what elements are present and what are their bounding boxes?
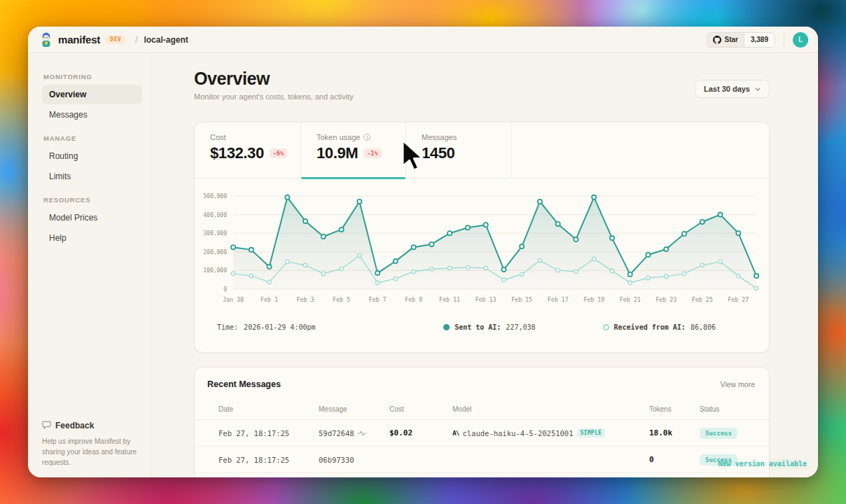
main-content: Overview Monitor your agent's costs, tok… <box>151 53 818 477</box>
svg-text:Feb 15: Feb 15 <box>511 296 532 303</box>
github-icon <box>713 36 721 44</box>
legend-sent-name: Sent to AI: <box>455 323 501 331</box>
col-status: Status <box>688 405 756 413</box>
row-message-id: 06b97330 <box>319 456 354 464</box>
svg-text:Jan 30: Jan 30 <box>223 296 244 303</box>
svg-text:Feb 19: Feb 19 <box>583 296 604 303</box>
new-version-toast[interactable]: New version available <box>719 460 807 468</box>
topbar-divider <box>784 33 784 47</box>
row-date: Feb 27, 18:17:25 <box>207 456 307 464</box>
stats-row-filler <box>511 122 769 178</box>
svg-text:200,000: 200,000 <box>203 249 227 255</box>
sidebar-item-limits[interactable]: Limits <box>42 167 142 186</box>
row-tokens: 0 <box>638 455 688 464</box>
feedback-button[interactable]: Feedback <box>42 419 139 432</box>
cost-value: $132.30 <box>210 144 264 162</box>
sidebar-section-resources: RESOURCES <box>43 196 142 204</box>
svg-text:Feb 11: Feb 11 <box>439 296 460 303</box>
sidebar-section-monitoring: MONITORING <box>43 73 142 80</box>
legend-sent-value: 227,038 <box>506 323 535 331</box>
col-model: Model <box>441 405 638 413</box>
table-row[interactable]: Feb 27, 18:17:25 06b97330 0 Success <box>195 447 769 473</box>
row-cost: $0.02 <box>378 428 441 438</box>
sidebar-item-messages[interactable]: Messages <box>42 105 142 125</box>
legend-dot-received-icon <box>603 324 609 330</box>
legend-sent-to-ai[interactable]: Sent to AI: 227,038 <box>443 323 535 331</box>
table-row[interactable]: Feb 27, 18:17:25 59d72648 $0.02 A\ claud… <box>195 420 769 447</box>
messages-label: Messages <box>422 133 457 141</box>
svg-text:Feb 7: Feb 7 <box>369 296 387 303</box>
github-star-left[interactable]: Star <box>707 33 744 47</box>
breadcrumb-project[interactable]: local-agent <box>144 35 188 45</box>
legend-dot-sent-icon <box>443 324 450 330</box>
date-range-selector[interactable]: Last 30 days <box>695 80 770 98</box>
chart-time-readout: Time: 2026-01-29 4:00pm <box>217 323 315 331</box>
usage-chart-svg[interactable]: 0100,000200,000300,000400,000500,000Jan … <box>195 183 769 309</box>
recent-messages-title: Recent Messages <box>207 379 281 389</box>
svg-text:400,000: 400,000 <box>203 212 227 218</box>
time-value: 2026-01-29 4:00pm <box>244 323 315 331</box>
col-cost: Cost <box>378 405 441 413</box>
svg-text:500,000: 500,000 <box>203 193 227 200</box>
env-badge: DEV <box>105 35 126 44</box>
svg-text:Feb 25: Feb 25 <box>692 296 713 303</box>
row-tokens: 18.0k <box>638 428 688 438</box>
status-badge: Success <box>700 428 737 439</box>
chart-footer: Time: 2026-01-29 4:00pm Sent to AI: 227,… <box>195 309 769 352</box>
row-message-id: 59d72648 <box>319 429 354 438</box>
svg-text:Feb 1: Feb 1 <box>261 296 278 303</box>
usage-card: Cost $132.30 -6% Token usage i 10.9M <box>194 122 770 353</box>
sidebar-item-model-prices[interactable]: Model Prices <box>42 208 142 227</box>
feedback-title: Feedback <box>55 421 94 430</box>
cost-label: Cost <box>210 133 226 141</box>
activity-icon <box>358 429 366 438</box>
col-date: Date <box>207 405 307 413</box>
date-range-value: Last 30 days <box>704 85 750 93</box>
recent-messages-card: Recent Messages View more Date Message C… <box>194 367 770 477</box>
svg-text:Feb 21: Feb 21 <box>620 296 641 303</box>
row-model-name: claude-haiku-4-5-20251001 <box>462 429 573 438</box>
token-usage-delta-badge: -1% <box>363 148 381 158</box>
tab-token-usage[interactable]: Token usage i 10.9M -1% <box>301 122 406 178</box>
info-icon[interactable]: i <box>363 134 370 141</box>
svg-text:0: 0 <box>223 286 227 293</box>
top-bar-right: Star 3,389 L <box>707 32 808 48</box>
token-usage-label: Token usage <box>317 133 360 141</box>
usage-chart[interactable]: 0100,000200,000300,000400,000500,000Jan … <box>195 178 769 309</box>
star-count: 3,389 <box>744 33 775 47</box>
tab-messages[interactable]: Messages 1450 <box>406 122 511 178</box>
top-bar: manifest DEV / local-agent Star 3,389 L <box>28 27 818 53</box>
manifest-logo-icon <box>39 32 53 48</box>
svg-text:Feb 9: Feb 9 <box>405 296 422 303</box>
feedback-panel: Feedback Help us improve Manifest by sha… <box>42 419 139 468</box>
tab-cost[interactable]: Cost $132.30 -6% <box>195 122 301 178</box>
token-usage-value: 10.9M <box>317 144 358 162</box>
sidebar-item-help[interactable]: Help <box>42 228 142 248</box>
chart-legend: Sent to AI: 227,038 Received from AI: 86… <box>443 323 716 331</box>
table-header: Date Message Cost Model Tokens Status <box>195 399 769 420</box>
time-label: Time: <box>217 323 238 331</box>
user-avatar[interactable]: L <box>793 32 808 48</box>
svg-text:300,000: 300,000 <box>203 230 227 237</box>
row-model-badge: SIMPLE <box>577 428 606 438</box>
sidebar: MONITORING Overview Messages MANAGE Rout… <box>28 53 151 477</box>
messages-value: 1450 <box>422 144 455 162</box>
chart-area-fill <box>233 197 756 289</box>
anthropic-icon: A\ <box>452 429 459 437</box>
legend-received-name: Received from AI: <box>614 323 686 331</box>
chevron-down-icon <box>755 88 761 91</box>
breadcrumb-separator: / <box>135 35 137 45</box>
brand-name[interactable]: manifest <box>58 34 100 46</box>
svg-text:Feb 13: Feb 13 <box>476 296 497 303</box>
chat-bubble-icon <box>42 419 51 432</box>
sidebar-item-routing[interactable]: Routing <box>42 146 142 166</box>
legend-received-value: 86,806 <box>691 323 716 331</box>
svg-text:Feb 23: Feb 23 <box>656 296 677 303</box>
github-star-button[interactable]: Star 3,389 <box>707 32 775 48</box>
col-message: Message <box>307 405 378 413</box>
svg-text:Feb 3: Feb 3 <box>297 296 314 303</box>
view-more-link[interactable]: View more <box>721 380 755 388</box>
col-tokens: Tokens <box>638 405 688 413</box>
sidebar-item-overview[interactable]: Overview <box>42 85 142 104</box>
legend-received-from-ai[interactable]: Received from AI: 86,806 <box>603 323 716 331</box>
